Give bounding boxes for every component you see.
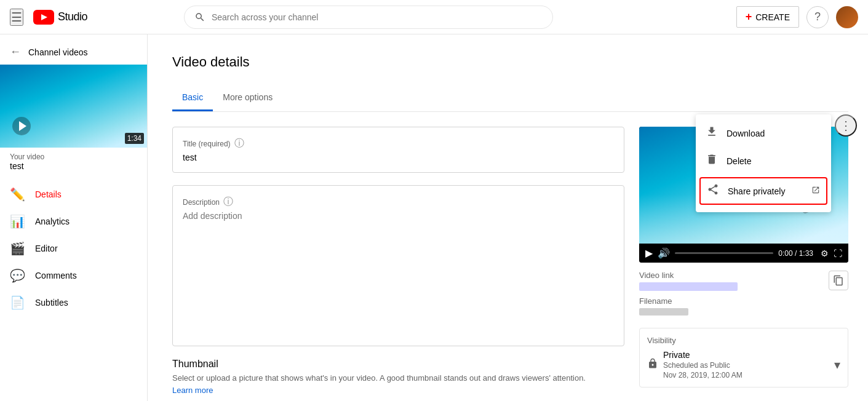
form-section: Title (required) ⓘ test Description ⓘ Th…: [172, 127, 624, 395]
search-input[interactable]: [212, 12, 543, 22]
create-plus-icon: +: [746, 10, 752, 23]
video-link-label: Video link: [639, 270, 738, 291]
subtitles-icon: 📄: [10, 295, 25, 310]
pencil-icon: ✏️: [10, 187, 25, 202]
create-button[interactable]: + CREATE: [736, 6, 799, 28]
sidebar-item-subtitles[interactable]: 📄 Subtitles: [0, 289, 147, 316]
fullscreen-icon[interactable]: ⛶: [834, 248, 842, 258]
settings-icon[interactable]: ⚙: [821, 248, 829, 258]
desc-input[interactable]: [183, 211, 614, 334]
thumbnail-title: Thumbnail: [172, 359, 624, 370]
scheduled-label: Scheduled as Public: [663, 361, 743, 370]
thumbnail-duration: 1:34: [125, 133, 144, 144]
sidebar-video-info: Your video test: [0, 148, 147, 176]
progress-bar[interactable]: [675, 252, 773, 254]
desc-field-group: Description ⓘ: [172, 185, 624, 346]
desc-label: Description ⓘ: [183, 196, 614, 208]
visibility-row: Private Scheduled as Public Nov 28, 2019…: [647, 350, 840, 379]
brand-name: Studio: [58, 10, 87, 23]
sidebar-back-link[interactable]: ← Channel videos: [0, 39, 147, 65]
help-button[interactable]: ?: [806, 6, 829, 28]
desc-help-icon[interactable]: ⓘ: [223, 196, 233, 208]
search-bar[interactable]: [184, 6, 553, 29]
dropdown-item-delete[interactable]: Delete: [696, 147, 831, 175]
title-field-group: Title (required) ⓘ test: [172, 127, 624, 173]
sidebar-item-analytics[interactable]: 📊 Analytics: [0, 208, 147, 235]
tabs-bar: Basic More options: [172, 85, 848, 112]
filename-bar: [639, 308, 688, 316]
visibility-chevron-icon[interactable]: ▾: [834, 357, 840, 372]
search-icon: [194, 12, 205, 23]
sidebar-item-label: Subtitles: [35, 298, 68, 308]
logo: Studio: [33, 10, 87, 25]
visibility-info: Private Scheduled as Public Nov 28, 2019…: [663, 350, 743, 379]
copy-icon: [833, 275, 844, 286]
video-controls-bar: ▶ 🔊 0:00 / 1:33 ⚙ ⛶: [639, 244, 848, 263]
main-content: Video details Basic More options Title (…: [148, 34, 868, 401]
comments-icon: 💬: [10, 268, 25, 283]
visibility-name: Private: [663, 350, 743, 360]
external-link-icon: [811, 186, 820, 196]
volume-button[interactable]: 🔊: [658, 247, 670, 259]
delete-icon: [706, 153, 718, 169]
dropdown-delete-label: Delete: [727, 156, 751, 166]
thumbnail-learn-more[interactable]: Learn more: [172, 386, 213, 395]
thumbnail-desc: Select or upload a picture that shows wh…: [172, 373, 624, 383]
copy-link-button[interactable]: [829, 271, 848, 290]
editor-icon: 🎬: [10, 241, 25, 256]
sidebar-item-comments[interactable]: 💬 Comments: [0, 262, 147, 289]
dropdown-download-label: Download: [727, 129, 765, 138]
topnav-right: + CREATE ?: [736, 6, 858, 28]
download-icon: [706, 125, 718, 141]
video-link-row: Video link: [639, 270, 848, 291]
sidebar-video-name: test: [10, 161, 137, 171]
youtube-icon: [33, 10, 54, 25]
visibility-header: Visibility: [647, 336, 840, 345]
visibility-left: Private Scheduled as Public Nov 28, 2019…: [647, 350, 743, 379]
sidebar-item-label: Editor: [35, 244, 58, 253]
video-time: 0:00 / 1:33: [778, 249, 813, 258]
sidebar-video-label: Your video: [10, 153, 137, 161]
page-title: Video details: [172, 54, 848, 70]
sidebar-back-label: Channel videos: [28, 47, 88, 57]
back-arrow-icon: ←: [10, 46, 21, 58]
play-button[interactable]: ▶: [645, 247, 653, 259]
sidebar-item-details[interactable]: ✏️ Details: [0, 181, 147, 208]
video-meta: Video link Filename: [639, 263, 848, 323]
visibility-box: Visibility Private Scheduled as Public: [639, 328, 848, 387]
sidebar-item-editor[interactable]: 🎬 Editor: [0, 235, 147, 262]
sidebar-item-label: Analytics: [35, 216, 70, 226]
dropdown-item-download[interactable]: Download: [696, 119, 831, 147]
title-label: Title (required) ⓘ: [183, 137, 614, 150]
video-link-bar: [639, 282, 738, 291]
create-label: CREATE: [755, 12, 790, 22]
title-help-icon[interactable]: ⓘ: [234, 137, 244, 150]
title-value: test: [183, 153, 614, 162]
more-options-button[interactable]: ⋮: [835, 114, 857, 137]
tab-basic[interactable]: Basic: [172, 85, 213, 111]
sidebar-item-label: Comments: [35, 271, 77, 280]
thumbnail-section: Thumbnail Select or upload a picture tha…: [172, 359, 624, 395]
private-icon: [647, 358, 658, 371]
tab-more-options[interactable]: More options: [213, 85, 282, 111]
dropdown-menu: Download Delete Share privately: [696, 114, 831, 212]
filename-row: Filename: [639, 296, 848, 316]
top-navigation: ☰ Studio + CREATE ?: [0, 0, 868, 34]
dropdown-share-label: Share privately: [728, 186, 785, 196]
scheduled-date: Nov 28, 2019, 12:00 AM: [663, 371, 743, 379]
hamburger-menu[interactable]: ☰: [10, 9, 23, 26]
main-layout: ← Channel videos 1:34 Your video test ✏️…: [0, 34, 868, 401]
sidebar: ← Channel videos 1:34 Your video test ✏️…: [0, 34, 148, 401]
analytics-icon: 📊: [10, 214, 25, 229]
share-icon: [707, 183, 719, 199]
sidebar-item-label: Details: [35, 189, 62, 199]
avatar[interactable]: [836, 6, 858, 28]
sidebar-thumbnail: 1:34: [0, 65, 148, 148]
sidebar-nav: ✏️ Details 📊 Analytics 🎬 Editor 💬 Commen…: [0, 181, 147, 316]
dropdown-item-share[interactable]: Share privately: [699, 177, 827, 205]
